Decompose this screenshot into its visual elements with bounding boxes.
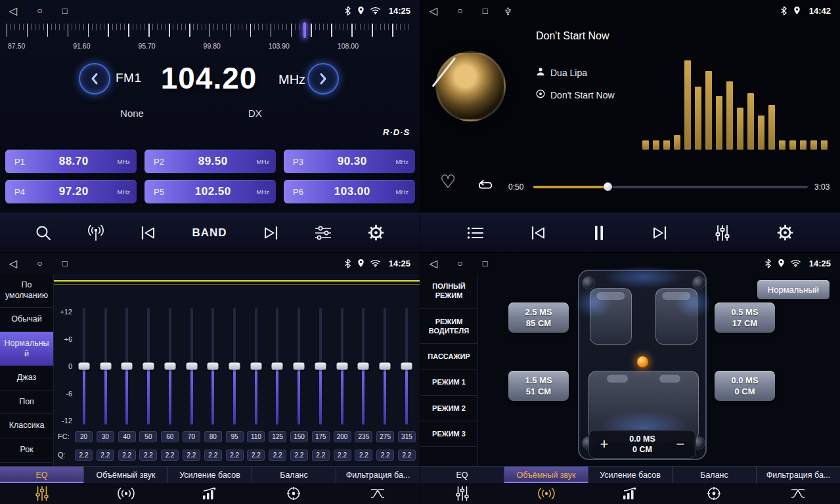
- back-icon[interactable]: ◁: [430, 5, 437, 17]
- back-icon[interactable]: ◁: [9, 257, 17, 270]
- tune-up-button[interactable]: [307, 63, 339, 94]
- tab-balance-icon-button[interactable]: [252, 483, 336, 504]
- radio-preset-button[interactable]: P2 89.50 MHz: [144, 150, 276, 173]
- previous-station-button[interactable]: [140, 225, 157, 241]
- eq-band-slider[interactable]: [333, 308, 351, 425]
- listening-mode-item[interactable]: ПОЛНЫЙ РЕЖИМ: [420, 274, 477, 309]
- rear-right-delay-button[interactable]: 0.0 MS 0 CM: [715, 371, 775, 401]
- eq-band-slider[interactable]: [75, 308, 93, 425]
- listening-mode-item[interactable]: РЕЖИМ 1: [420, 369, 477, 395]
- rear-left-delay-button[interactable]: 1.5 MS 51 CM: [508, 371, 569, 401]
- increase-delay-button[interactable]: +: [597, 437, 611, 452]
- home-icon[interactable]: ○: [37, 258, 42, 268]
- radio-preset-button[interactable]: P1 88.70 MHz: [5, 150, 137, 173]
- eq-band-slider[interactable]: [161, 308, 179, 425]
- eq-preset-item[interactable]: Рок: [0, 438, 53, 463]
- eq-band-slider[interactable]: [397, 308, 416, 425]
- eq-slider-handle[interactable]: [358, 363, 369, 370]
- eq-slider-handle[interactable]: [401, 363, 412, 370]
- listening-mode-item[interactable]: РЕЖИМ 3: [420, 421, 477, 447]
- eq-band-slider[interactable]: [376, 308, 394, 425]
- eq-preset-item[interactable]: Нормальный: [0, 332, 53, 366]
- eq-band-slider[interactable]: [354, 308, 372, 425]
- mixer-button[interactable]: [714, 224, 731, 242]
- eq-band-slider[interactable]: [225, 308, 244, 425]
- audio-tab[interactable]: Усиление басов: [168, 467, 252, 483]
- eq-band-slider[interactable]: [290, 308, 308, 425]
- band-button[interactable]: BAND: [192, 226, 227, 240]
- home-icon[interactable]: ○: [37, 5, 42, 16]
- eq-slider-handle[interactable]: [100, 363, 111, 370]
- settings-button[interactable]: [776, 224, 794, 242]
- front-left-delay-button[interactable]: 2.5 MS 85 CM: [508, 303, 569, 333]
- audio-tab[interactable]: EQ: [0, 467, 84, 483]
- back-icon[interactable]: ◁: [9, 5, 17, 17]
- pause-button[interactable]: [593, 224, 605, 242]
- eq-band-slider[interactable]: [139, 308, 158, 425]
- previous-track-button[interactable]: [530, 225, 547, 241]
- eq-slider-handle[interactable]: [272, 363, 283, 370]
- tab-bass-icon-button[interactable]: [588, 483, 673, 504]
- eq-band-slider[interactable]: [183, 308, 201, 425]
- repeat-button[interactable]: [475, 178, 495, 196]
- front-right-delay-button[interactable]: 0.5 MS 17 CM: [715, 303, 775, 333]
- audio-tab[interactable]: Объёмный звук: [84, 467, 168, 483]
- eq-slider-handle[interactable]: [336, 363, 347, 370]
- audio-tab[interactable]: Баланс: [252, 467, 336, 483]
- eq-slider-handle[interactable]: [186, 363, 197, 370]
- eq-slider-handle[interactable]: [143, 363, 154, 370]
- listening-mode-item[interactable]: РЕЖИМ ВОДИТЕЛЯ: [420, 309, 477, 345]
- tab-balance-icon-button[interactable]: [672, 483, 756, 504]
- eq-settings-button[interactable]: [314, 225, 332, 241]
- radio-preset-button[interactable]: P6 103.00 MHz: [284, 180, 415, 203]
- eq-preset-item[interactable]: Джаз: [0, 366, 53, 390]
- tab-filter-icon-button[interactable]: [756, 483, 840, 504]
- audio-tab[interactable]: Фильтрация ба...: [757, 467, 840, 483]
- audio-tab[interactable]: Объёмный звук: [504, 467, 588, 483]
- search-button[interactable]: [35, 224, 52, 242]
- eq-slider-handle[interactable]: [122, 363, 133, 370]
- back-icon[interactable]: ◁: [430, 257, 437, 270]
- audio-tab[interactable]: Баланс: [673, 467, 757, 483]
- favorite-button[interactable]: ♡: [440, 173, 456, 191]
- eq-slider-handle[interactable]: [315, 363, 326, 370]
- audio-tab[interactable]: Фильтрация ба...: [336, 467, 420, 483]
- eq-band-slider[interactable]: [247, 308, 265, 425]
- eq-slider-handle[interactable]: [208, 363, 219, 370]
- radio-preset-button[interactable]: P4 97.20 MHz: [5, 180, 137, 203]
- decrease-delay-button[interactable]: −: [673, 437, 688, 452]
- eq-slider-handle[interactable]: [250, 363, 261, 370]
- eq-band-slider[interactable]: [97, 308, 115, 425]
- audio-tab[interactable]: EQ: [420, 467, 504, 483]
- sound-preset-button[interactable]: Нормальный: [757, 280, 829, 299]
- frequency-ruler[interactable]: [7, 24, 412, 37]
- scan-button[interactable]: [87, 224, 105, 242]
- eq-band-slider[interactable]: [204, 308, 222, 425]
- tab-surround-icon-button[interactable]: [504, 483, 588, 504]
- eq-preset-item[interactable]: Классика: [0, 414, 53, 438]
- listening-position-marker[interactable]: [637, 356, 648, 368]
- eq-preset-item[interactable]: Поп: [0, 390, 53, 415]
- eq-slider-handle[interactable]: [294, 363, 305, 370]
- tab-bass-icon-button[interactable]: [168, 483, 252, 504]
- seek-knob[interactable]: [604, 182, 612, 191]
- playlist-button[interactable]: [466, 226, 485, 240]
- radio-preset-button[interactable]: P5 102.50 MHz: [144, 180, 276, 203]
- next-track-button[interactable]: [651, 225, 668, 241]
- next-station-button[interactable]: [262, 225, 279, 241]
- tab-eq-icon-button[interactable]: [0, 483, 84, 504]
- recents-icon[interactable]: □: [483, 6, 488, 16]
- listening-mode-item[interactable]: ПАССАЖИР: [420, 344, 477, 369]
- home-icon[interactable]: ○: [457, 258, 462, 268]
- eq-preset-item[interactable]: По умолчанию: [0, 274, 53, 308]
- eq-slider-handle[interactable]: [380, 363, 391, 370]
- eq-preset-item[interactable]: Обычай: [0, 308, 53, 332]
- radio-preset-button[interactable]: P3 90.30 MHz: [284, 150, 415, 173]
- home-icon[interactable]: ○: [457, 5, 462, 16]
- recents-icon[interactable]: □: [483, 259, 488, 268]
- audio-tab[interactable]: Усиление басов: [588, 467, 673, 483]
- eq-slider-handle[interactable]: [164, 363, 175, 370]
- recents-icon[interactable]: □: [62, 259, 68, 268]
- listening-mode-item[interactable]: РЕЖИМ 2: [420, 396, 477, 421]
- settings-button[interactable]: [367, 224, 385, 242]
